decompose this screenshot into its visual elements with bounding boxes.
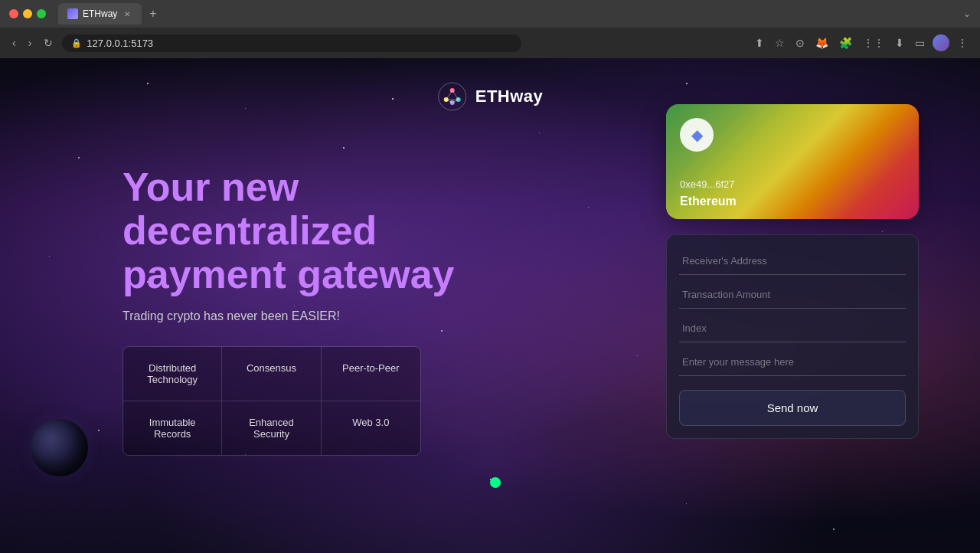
main-content: ETHway Your new decentralized payment ga… (0, 58, 980, 553)
extension-icon[interactable]: ⊙ (792, 35, 808, 51)
card-network: Ethereum (680, 195, 737, 208)
bookmark-icon[interactable]: ☆ (772, 35, 788, 51)
address-bar: ‹ › ↻ 🔒 127.0.0.1:5173 ⬆ ☆ ⊙ 🦊 🧩 ⋮⋮ ⬇ ▭ … (0, 28, 980, 58)
feature-grid: Distributed Technology Consensus Peer-to… (122, 346, 421, 456)
feature-distributed: Distributed Technology (123, 347, 222, 401)
puzzle-icon[interactable]: 🧩 (836, 35, 855, 51)
browser-chrome: ETHway ✕ + ⌄ ‹ › ↻ 🔒 127.0.0.1:5173 ⬆ ☆ … (0, 0, 980, 58)
hero-title: Your new decentralized payment gateway (122, 165, 505, 297)
lock-icon: 🔒 (71, 38, 82, 48)
tab-close-button[interactable]: ✕ (122, 8, 132, 19)
logo-area: ETHway (437, 81, 544, 112)
hero-section: Your new decentralized payment gateway T… (122, 165, 505, 456)
planet-decoration (31, 419, 88, 476)
feature-p2p: Peer-to-Peer (322, 347, 420, 401)
right-panel: ◆ 0xe49...6f27 Ethereum Send now (666, 104, 919, 439)
toolbar-icons: ⬆ ☆ ⊙ 🦊 🧩 ⋮⋮ ⬇ ▭ ⋮ (752, 34, 971, 51)
fox-icon[interactable]: 🦊 (812, 35, 831, 51)
tab-right-control[interactable]: ⌄ (963, 8, 971, 19)
crypto-card: ◆ 0xe49...6f27 Ethereum (666, 104, 919, 219)
share-icon[interactable]: ⬆ (752, 35, 767, 51)
feature-security: Enhanced Security (222, 401, 321, 455)
active-tab[interactable]: ETHway ✕ (58, 3, 142, 25)
url-bar[interactable]: 🔒 127.0.0.1:5173 (62, 34, 521, 52)
feature-web3: Web 3.0 (322, 401, 420, 455)
status-indicator (490, 477, 501, 488)
transaction-amount-input[interactable] (679, 281, 906, 309)
title-bar: ETHway ✕ + ⌄ (0, 0, 980, 28)
forward-button[interactable]: › (25, 35, 35, 51)
maximize-window-button[interactable] (37, 9, 46, 18)
tab-bar: ETHway ✕ + (58, 3, 957, 25)
receiver-address-input[interactable] (679, 247, 906, 275)
minimize-window-button[interactable] (23, 9, 32, 18)
more-button[interactable]: ⋮ (954, 35, 971, 51)
ethereum-icon: ◆ (691, 126, 703, 144)
svg-line-6 (446, 90, 452, 100)
sidebar-icon[interactable]: ▭ (912, 35, 928, 51)
tab-title: ETHway (83, 8, 117, 19)
hero-subtitle: Trading crypto has never been EASIER! (122, 309, 505, 323)
traffic-lights (9, 9, 46, 18)
logo-text: ETHway (475, 87, 544, 106)
profile-avatar[interactable] (933, 34, 949, 51)
send-form: Send now (666, 234, 919, 439)
eth-logo-circle: ◆ (680, 118, 714, 152)
logo-icon (437, 81, 468, 112)
menu-icon[interactable]: ⋮⋮ (860, 35, 887, 51)
close-window-button[interactable] (9, 9, 18, 18)
refresh-button[interactable]: ↻ (41, 35, 56, 51)
card-address: 0xe49...6f27 (680, 178, 735, 190)
new-tab-button[interactable]: + (145, 5, 161, 22)
index-input[interactable] (679, 315, 906, 342)
feature-immutable: Immutable Records (123, 401, 222, 455)
message-input[interactable] (679, 348, 906, 376)
download-icon[interactable]: ⬇ (892, 35, 907, 51)
url-text: 127.0.0.1:5173 (87, 38, 153, 49)
feature-consensus: Consensus (222, 347, 321, 401)
svg-line-5 (452, 90, 459, 100)
tab-favicon (67, 8, 78, 19)
svg-point-0 (439, 83, 466, 110)
send-now-button[interactable]: Send now (679, 390, 906, 426)
back-button[interactable]: ‹ (9, 35, 19, 51)
